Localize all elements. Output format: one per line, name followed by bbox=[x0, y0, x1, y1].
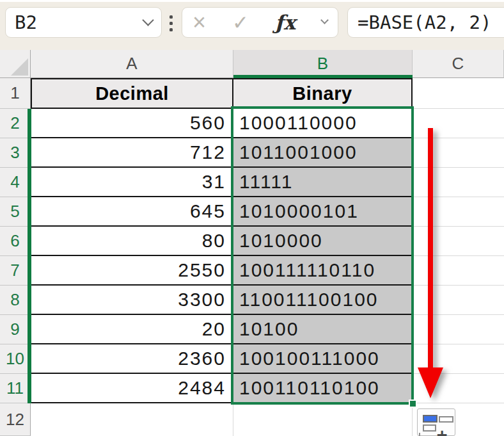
cell-b3[interactable]: 1011001000 bbox=[233, 138, 413, 168]
cell-a10[interactable]: 2360 bbox=[31, 344, 233, 374]
select-all-button[interactable] bbox=[0, 50, 31, 78]
autofill-icon-cell bbox=[439, 416, 453, 423]
drag-handle-icon[interactable] bbox=[165, 10, 177, 36]
row-header-2[interactable]: 2 bbox=[0, 109, 31, 138]
chevron-down-icon[interactable] bbox=[142, 14, 154, 26]
auto-fill-options-button[interactable]: + bbox=[417, 408, 455, 436]
cell-b1[interactable]: Binary bbox=[233, 78, 413, 109]
cell-b7[interactable]: 100111110110 bbox=[233, 256, 413, 286]
cell-b10[interactable]: 100100111000 bbox=[233, 344, 413, 374]
column-header-c[interactable]: C bbox=[413, 50, 504, 78]
cell-b8[interactable]: 110011100100 bbox=[233, 286, 413, 315]
enter-icon[interactable]: ✓ bbox=[232, 13, 249, 33]
autofill-icon-cell bbox=[423, 424, 436, 432]
row-header-9[interactable]: 9 bbox=[0, 315, 31, 344]
chevron-down-icon[interactable] bbox=[320, 16, 329, 24]
name-box[interactable]: B2 bbox=[5, 7, 162, 38]
cell-a2[interactable]: 560 bbox=[31, 109, 233, 138]
cell-a12[interactable] bbox=[31, 403, 233, 436]
cell-b6[interactable]: 1010000 bbox=[233, 227, 413, 256]
cell-a7[interactable]: 2550 bbox=[31, 256, 233, 286]
row-header-12[interactable]: 12 bbox=[0, 403, 31, 436]
row-header-6[interactable]: 6 bbox=[0, 227, 31, 256]
down-arrow-icon bbox=[413, 122, 448, 407]
cell-b9[interactable]: 10100 bbox=[233, 315, 413, 344]
formula-text: =BASE(A2, 2) bbox=[358, 12, 492, 33]
cancel-icon[interactable]: × bbox=[193, 11, 206, 34]
formula-bar-row: B2 × ✓ ƒx =BASE(A2, 2) bbox=[0, 0, 504, 50]
row-header-8[interactable]: 8 bbox=[0, 286, 31, 315]
autofill-icon-blue-cell bbox=[423, 415, 437, 423]
row-header-7[interactable]: 7 bbox=[0, 256, 31, 286]
row-header-11[interactable]: 11 bbox=[0, 374, 31, 403]
row-header-5[interactable]: 5 bbox=[0, 197, 31, 227]
column-b-selection-accent bbox=[233, 75, 413, 78]
row-headers-selection-accent bbox=[28, 109, 31, 403]
cell-b4[interactable]: 11111 bbox=[233, 168, 413, 197]
cell-a6[interactable]: 80 bbox=[31, 227, 233, 256]
column-header-a[interactable]: A bbox=[31, 50, 233, 78]
formula-input[interactable]: =BASE(A2, 2) bbox=[347, 7, 504, 38]
cell-b5[interactable]: 1010000101 bbox=[233, 197, 413, 227]
select-all-icon bbox=[11, 58, 28, 76]
row-header-4[interactable]: 4 bbox=[0, 168, 31, 197]
name-box-value: B2 bbox=[15, 12, 144, 33]
cell-b2-active[interactable]: 1000110000 bbox=[233, 109, 413, 138]
cell-a5[interactable]: 645 bbox=[31, 197, 233, 227]
cell-a8[interactable]: 3300 bbox=[31, 286, 233, 315]
cell-b12[interactable] bbox=[233, 403, 413, 436]
cell-a4[interactable]: 31 bbox=[31, 168, 233, 197]
red-arrow-annotation bbox=[413, 122, 448, 407]
row-header-3[interactable]: 3 bbox=[0, 138, 31, 168]
row-header-1[interactable]: 1 bbox=[0, 78, 31, 109]
autofill-icon-dashed-cell bbox=[419, 433, 432, 436]
plus-icon: + bbox=[437, 426, 447, 436]
cell-a1[interactable]: Decimal bbox=[31, 78, 233, 109]
row-header-10[interactable]: 10 bbox=[0, 344, 31, 374]
column-header-b[interactable]: B bbox=[233, 50, 413, 78]
cell-a9[interactable]: 20 bbox=[31, 315, 233, 344]
formula-buttons-group: × ✓ ƒx bbox=[182, 7, 338, 38]
cell-a11[interactable]: 2484 bbox=[31, 374, 233, 403]
cell-a3[interactable]: 712 bbox=[31, 138, 233, 168]
cell-c1[interactable] bbox=[413, 78, 504, 109]
cell-b11[interactable]: 100110110100 bbox=[233, 374, 413, 403]
insert-function-icon[interactable]: ƒx bbox=[275, 13, 295, 33]
excel-window: B2 × ✓ ƒx =BASE(A2, 2) A B C 1 Decimal B… bbox=[0, 0, 504, 436]
